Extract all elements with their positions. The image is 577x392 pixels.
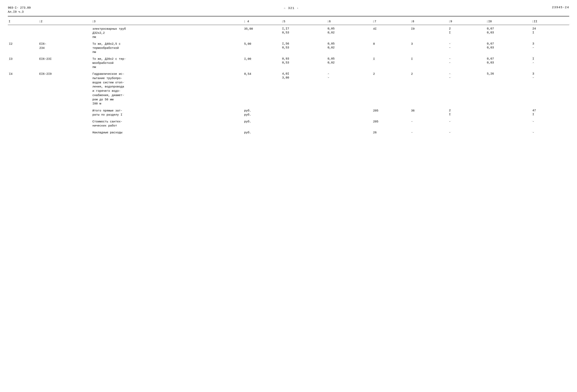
col-header-5: :5 — [281, 18, 326, 25]
col-header-9: :9 — [448, 18, 486, 25]
code-line1: ЕI6- — [39, 42, 90, 46]
row-qty: 35,00 — [243, 25, 281, 40]
row-code: ЕI6- 234 — [38, 40, 91, 55]
summary-col11: - — [531, 129, 569, 135]
main-table: I :2 :3 : 4 :5 :6 :7 :8 :9 :I0 :II элект… — [8, 18, 569, 135]
row-desc: То же, Д20х2 с тер- мообработкой пм — [91, 55, 243, 70]
col-header-3: :3 — [91, 18, 243, 25]
doc-sheet: Ал.I9 ч.3 — [8, 10, 31, 14]
summary-col6 — [326, 129, 372, 135]
row-col5: 0,93 0,53 — [281, 55, 326, 70]
row-col10: 0,67 0,03 — [486, 25, 531, 40]
summary-code — [38, 118, 91, 129]
table-row: I2 ЕI6- 234 То же, Д40х2,5 с термообрабо… — [8, 40, 569, 55]
col-header-10: :I0 — [486, 18, 531, 25]
row-num: I2 — [8, 40, 38, 55]
row-col10: 5,26 — [486, 70, 531, 107]
summary-col9: 2 I — [448, 107, 486, 118]
row-col9: - - — [448, 70, 486, 107]
row-num: I3 — [8, 55, 38, 70]
row-col11: 3 - — [531, 70, 569, 107]
summary-num — [8, 107, 38, 118]
row-num: I4 — [8, 70, 38, 107]
row-code: ЕI6-23I — [38, 55, 91, 70]
page-number: - 321 - — [31, 6, 552, 10]
table-row: I4 ЕI6-2I9 Гидравлическое ис- пытание тр… — [8, 70, 569, 107]
row-qty: I,00 — [243, 55, 281, 70]
row-col9: - - — [448, 40, 486, 55]
summary-col7: 205 — [372, 118, 410, 129]
col-header-6: :6 — [326, 18, 372, 25]
row-col7: 2 — [372, 70, 410, 107]
col-header-1: I — [8, 18, 38, 25]
row-col11: 24 I — [531, 25, 569, 40]
row-qty: 5,00 — [243, 40, 281, 55]
row-col8: I9 — [410, 25, 448, 40]
col-header-11: :II — [531, 18, 569, 25]
col-header-4: : 4 — [243, 18, 281, 25]
summary-row-stoimost: Стоимость сантех- нических работ руб. 20… — [8, 118, 569, 129]
summary-label: Накладные расходы — [91, 129, 243, 135]
row-col6: 0,05 0,02 — [326, 40, 372, 55]
top-divider — [8, 16, 569, 16]
header-left: 903-I- 273.89 Ал.I9 ч.3 — [8, 6, 31, 14]
summary-num — [8, 118, 38, 129]
summary-label: Стоимость сантех- нических работ — [91, 118, 243, 129]
row-col11: 3 - — [531, 40, 569, 55]
summary-num — [8, 129, 38, 135]
doc-number: 903-I- 273.89 — [8, 6, 31, 10]
desc-line2: Д32х2,2 — [92, 31, 242, 35]
summary-col10 — [486, 118, 531, 129]
code-line2: 234 — [39, 46, 90, 50]
row-col6: 0,05 0,02 — [326, 55, 372, 70]
summary-col6 — [326, 118, 372, 129]
row-qty: 0,54 — [243, 70, 281, 107]
summary-code — [38, 129, 91, 135]
row-col9: - - — [448, 55, 486, 70]
summary-col6 — [326, 107, 372, 118]
summary-col11: - — [531, 118, 569, 129]
summary-code — [38, 107, 91, 118]
summary-col11: 47 I — [531, 107, 569, 118]
summary-row-nakladnye: Накладные расходы руб. 26 - - - — [8, 129, 569, 135]
summary-col5 — [281, 118, 326, 129]
summary-col5 — [281, 129, 326, 135]
summary-col8: 36 — [410, 107, 448, 118]
summary-row-itogo: Итого прямые зат- раты по разделу I руб.… — [8, 107, 569, 118]
col-header-7: :7 — [372, 18, 410, 25]
col-header-2: :2 — [38, 18, 91, 25]
summary-col7: 205 — [372, 107, 410, 118]
row-col6: - - — [326, 70, 372, 107]
summary-unit: руб. руб. — [243, 107, 281, 118]
summary-col5 — [281, 107, 326, 118]
doc-code: 23945-24 — [552, 6, 569, 9]
table-row: электросварных труб Д32х2,2 пм 35,00 I,I… — [8, 25, 569, 40]
summary-col7: 26 — [372, 129, 410, 135]
row-col10: 0,67 0,03 — [486, 40, 531, 55]
row-col9: 2 I — [448, 25, 486, 40]
row-desc: электросварных труб Д32х2,2 пм — [91, 25, 243, 40]
summary-col9: - — [448, 118, 486, 129]
row-col11: I - — [531, 55, 569, 70]
row-col8: 2 — [410, 70, 448, 107]
page-header: 903-I- 273.89 Ал.I9 ч.3 - 321 - 23945-24 — [8, 6, 569, 14]
row-col7: 4I — [372, 25, 410, 40]
col-header-8: :8 — [410, 18, 448, 25]
row-col6: 0,05 0,02 — [326, 25, 372, 40]
column-header-row: I :2 :3 : 4 :5 :6 :7 :8 :9 :I0 :II — [8, 18, 569, 25]
row-col5: I,56 0,53 — [281, 40, 326, 55]
row-col7: 8 — [372, 40, 410, 55]
row-col7: I — [372, 55, 410, 70]
summary-unit: руб. — [243, 129, 281, 135]
summary-unit: руб. — [243, 118, 281, 129]
row-col5: 4,0I 3,80 — [281, 70, 326, 107]
summary-col8: - — [410, 118, 448, 129]
desc-line1: электросварных труб — [92, 27, 242, 31]
row-code — [38, 25, 91, 40]
summary-col10 — [486, 129, 531, 135]
row-col5: I,I7 0,53 — [281, 25, 326, 40]
row-code: ЕI6-2I9 — [38, 70, 91, 107]
summary-label: Итого прямые зат- раты по разделу I — [91, 107, 243, 118]
table-row: I3 ЕI6-23I То же, Д20х2 с тер- мообработ… — [8, 55, 569, 70]
summary-col8: - — [410, 129, 448, 135]
